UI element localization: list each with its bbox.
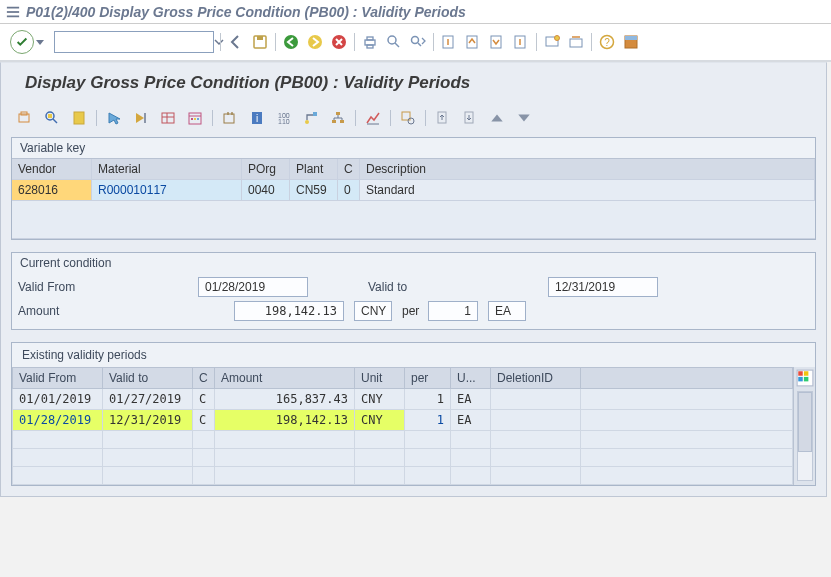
info-icon[interactable]: i (247, 109, 267, 127)
where-used-icon[interactable] (220, 109, 240, 127)
command-field-wrapper (54, 31, 214, 53)
path-icon[interactable] (301, 109, 321, 127)
variable-key-row[interactable]: 628016 R000010117 0040 CN59 0 Standard (12, 180, 815, 201)
cell-desc: Standard (360, 180, 815, 201)
col-header-vendor: Vendor (12, 159, 92, 180)
table-row[interactable]: 01/01/2019 01/27/2019 C 165,837.43 CNY 1… (13, 389, 793, 410)
enter-button[interactable] (10, 30, 34, 54)
table-row[interactable]: 01/28/2019 12/31/2019 C 198,142.13 CNY 1… (13, 410, 793, 431)
exit-icon[interactable] (306, 33, 324, 51)
table-header-row: Valid From Valid to C Amount Unit per U.… (13, 368, 793, 389)
expand-icon[interactable] (514, 109, 534, 127)
collapse-icon[interactable] (487, 109, 507, 127)
help-icon[interactable]: ? (598, 33, 616, 51)
doc-down-icon[interactable] (460, 109, 480, 127)
page-up-icon[interactable] (464, 33, 482, 51)
find-icon[interactable] (385, 33, 403, 51)
table-view-icon[interactable] (158, 109, 178, 127)
cell-unit: CNY (355, 410, 405, 431)
svg-point-11 (388, 36, 396, 44)
existing-periods-title: Existing validity periods (12, 343, 815, 367)
print-icon[interactable] (361, 33, 379, 51)
cell-unit: CNY (355, 389, 405, 410)
system-toolbar: ? (0, 24, 831, 62)
svg-text:i: i (256, 113, 258, 124)
command-field-dropdown[interactable] (213, 32, 224, 52)
col-header-valid-from[interactable]: Valid From (13, 368, 103, 389)
first-page-icon[interactable] (440, 33, 458, 51)
cell-blank (581, 389, 793, 410)
existing-periods-group: Existing validity periods Valid From Val… (11, 342, 816, 486)
col-header-porg: POrg (242, 159, 290, 180)
menu-icon[interactable] (6, 5, 20, 19)
application-toolbar: i 100110 (11, 103, 816, 137)
svg-rect-31 (74, 112, 84, 124)
col-header-unit[interactable]: Unit (355, 368, 405, 389)
svg-rect-10 (367, 45, 373, 48)
vertical-scrollbar[interactable] (797, 391, 813, 481)
col-header-per[interactable]: per (405, 368, 451, 389)
cell-u: EA (451, 389, 491, 410)
configure-icon[interactable] (398, 109, 418, 127)
details-icon[interactable] (42, 109, 62, 127)
toolbar-separator (220, 33, 221, 51)
col-header-plant: Plant (290, 159, 338, 180)
back-green-icon[interactable] (282, 33, 300, 51)
table-settings-icon[interactable] (796, 369, 814, 387)
command-field[interactable] (55, 32, 213, 52)
find-next-icon[interactable] (409, 33, 427, 51)
save-icon[interactable] (251, 33, 269, 51)
field-per-unit[interactable]: EA (488, 301, 526, 321)
calendar-icon[interactable] (185, 109, 205, 127)
svg-rect-9 (367, 37, 373, 40)
binary-icon[interactable]: 100110 (274, 109, 294, 127)
export-icon[interactable] (69, 109, 89, 127)
field-amount[interactable]: 198,142.13 (234, 301, 344, 321)
field-per-qty[interactable]: 1 (428, 301, 478, 321)
window-titlebar: P01(2)/400 Display Gross Price Condition… (0, 0, 831, 24)
chart-icon[interactable] (363, 109, 383, 127)
scrollbar-thumb[interactable] (798, 392, 812, 452)
cancel-icon[interactable] (330, 33, 348, 51)
svg-point-53 (408, 118, 414, 124)
col-header-amount[interactable]: Amount (215, 368, 355, 389)
col-header-u[interactable]: U... (451, 368, 491, 389)
last-page-icon[interactable] (512, 33, 530, 51)
col-header-del[interactable]: DeletionID (491, 368, 581, 389)
svg-rect-21 (570, 39, 582, 47)
back-icon[interactable] (227, 33, 245, 51)
svg-rect-57 (798, 371, 803, 376)
svg-rect-50 (340, 120, 344, 123)
col-header-c[interactable]: C (193, 368, 215, 389)
screen-area: Display Gross Price Condition (PB00) : V… (0, 62, 827, 497)
svg-rect-40 (197, 118, 199, 120)
enter-dropdown[interactable] (36, 40, 44, 45)
label-per: per (402, 304, 418, 318)
cell-plant: CN59 (290, 180, 338, 201)
new-session-icon[interactable] (543, 33, 561, 51)
hierarchy-icon[interactable] (328, 109, 348, 127)
cell-del (491, 389, 581, 410)
print-preview-icon[interactable] (15, 109, 35, 127)
table-row-empty (13, 467, 793, 485)
col-header-valid-to[interactable]: Valid to (103, 368, 193, 389)
label-valid-from: Valid From (18, 280, 188, 294)
svg-rect-41 (224, 114, 234, 123)
variable-key-group: Variable key Vendor Material POrg Plant … (11, 137, 816, 240)
svg-rect-49 (332, 120, 336, 123)
svg-rect-33 (162, 113, 174, 123)
field-currency[interactable]: CNY (354, 301, 392, 321)
field-valid-from[interactable]: 01/28/2019 (198, 277, 308, 297)
svg-rect-48 (336, 112, 340, 115)
page-down-icon[interactable] (488, 33, 506, 51)
select-icon[interactable] (104, 109, 124, 127)
layout-icon[interactable] (622, 33, 640, 51)
cell-c: 0 (338, 180, 360, 201)
shortcut-icon[interactable] (567, 33, 585, 51)
field-valid-to[interactable]: 12/31/2019 (548, 277, 658, 297)
toolbar-separator (591, 33, 592, 51)
next-nav-icon[interactable] (131, 109, 151, 127)
svg-point-6 (308, 35, 322, 49)
doc-up-icon[interactable] (433, 109, 453, 127)
cell-valid-to: 01/27/2019 (103, 389, 193, 410)
